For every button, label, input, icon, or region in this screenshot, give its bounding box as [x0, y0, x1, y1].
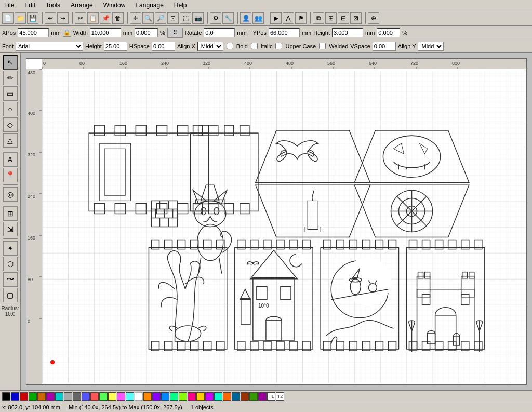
zoom-in-button[interactable]: 🔍 [142, 12, 154, 24]
swatch-19[interactable] [170, 392, 178, 401]
rotate-input[interactable] [204, 28, 235, 37]
swatch-16[interactable] [143, 392, 152, 401]
font-height-input[interactable] [104, 42, 127, 51]
tool-resize[interactable]: ⇲ [3, 222, 18, 236]
italic-check[interactable] [251, 43, 258, 49]
swatch-18[interactable] [161, 392, 169, 401]
flag-button[interactable]: ⚑ [295, 12, 307, 24]
swatch-12[interactable] [108, 392, 116, 401]
copy-button[interactable]: 📋 [87, 12, 99, 24]
pct-w-input[interactable] [135, 28, 158, 37]
welded-check[interactable] [319, 43, 326, 49]
users-button[interactable]: 👤 [240, 12, 251, 24]
lock-icon[interactable]: 🔒 [63, 29, 71, 37]
pct-h-input[interactable] [377, 28, 400, 37]
height-input[interactable] [332, 28, 363, 37]
hspace-input[interactable] [152, 42, 175, 51]
swatch-black[interactable] [2, 392, 10, 401]
select-button[interactable]: ⬚ [180, 12, 191, 24]
width-input[interactable] [90, 28, 121, 37]
tool-triangle[interactable]: △ [3, 133, 18, 148]
swatch-10[interactable] [90, 392, 99, 401]
swatch-25[interactable] [223, 392, 231, 401]
tool-round[interactable]: ▢ [3, 288, 18, 302]
swatch-03[interactable] [29, 392, 37, 401]
menu-file[interactable]: File [2, 1, 16, 10]
swatch-27[interactable] [241, 392, 249, 401]
swatch-13[interactable] [117, 392, 125, 401]
uppercase-check[interactable] [275, 43, 282, 49]
group-button[interactable]: 👥 [252, 12, 264, 24]
ypos-input[interactable] [269, 28, 300, 37]
snap-button[interactable]: ⊟ [338, 12, 349, 24]
swatch-23[interactable] [205, 392, 214, 401]
vector-button[interactable]: ⋀ [283, 12, 294, 24]
new-button[interactable]: 📄 [2, 12, 14, 24]
swatch-05[interactable] [46, 392, 55, 401]
alignx-select[interactable]: Midd [197, 42, 223, 51]
tool-select[interactable]: ↖ [3, 55, 18, 70]
menu-help[interactable]: Help [172, 1, 189, 10]
tool-pin[interactable]: 📍 [3, 168, 18, 182]
grid-button[interactable]: ⊞ [325, 12, 337, 24]
canvas-area[interactable]: 0 80 160 240 320 400 480 560 640 [21, 53, 532, 390]
canvas-inner[interactable]: 10°0 [42, 69, 526, 384]
swatch-06[interactable] [55, 392, 63, 401]
aligny-select[interactable]: Midd [418, 42, 444, 51]
extra-button[interactable]: ⊕ [368, 12, 379, 24]
swatch-t2[interactable]: T2 [276, 392, 284, 401]
wrench-button[interactable]: 🔧 [222, 12, 234, 24]
save-button[interactable]: 💾 [27, 12, 38, 24]
tool-text[interactable]: A [3, 152, 18, 167]
swatch-15[interactable] [135, 392, 143, 401]
swatch-01[interactable] [11, 392, 19, 401]
menu-edit[interactable]: Edit [22, 1, 37, 10]
tool-ellipse[interactable]: ○ [3, 102, 18, 116]
tool-circle[interactable]: ◎ [3, 187, 18, 202]
swatch-11[interactable] [99, 392, 108, 401]
bold-check[interactable] [227, 43, 233, 49]
cut-button[interactable]: ✂ [75, 12, 86, 24]
layers-button[interactable]: ⧉ [313, 12, 324, 24]
zoom-fit-button[interactable]: ⊡ [167, 12, 179, 24]
swatch-14[interactable] [126, 392, 134, 401]
camera-button[interactable]: 📷 [192, 12, 204, 24]
menu-window[interactable]: Window [101, 1, 128, 10]
tool-star[interactable]: ✦ [3, 241, 18, 256]
tool-diamond[interactable]: ◇ [3, 117, 18, 132]
menu-arrange[interactable]: Arrange [69, 1, 95, 10]
swatch-t1[interactable]: T1 [267, 392, 275, 401]
tool-polygon[interactable]: ⬡ [3, 257, 18, 271]
vspace-input[interactable] [373, 42, 396, 51]
swatch-29[interactable] [258, 392, 267, 401]
swatch-08[interactable] [73, 392, 81, 401]
xpos-input[interactable] [18, 28, 49, 37]
swatch-21[interactable] [188, 392, 196, 401]
tool-multisel[interactable]: ⊞ [3, 206, 18, 221]
swatch-04[interactable] [37, 392, 46, 401]
tool-pencil[interactable]: ✏ [3, 71, 18, 85]
zoom-out-button[interactable]: 🔎 [155, 12, 166, 24]
swatch-28[interactable] [249, 392, 258, 401]
delete-button[interactable]: 🗑 [112, 12, 124, 24]
align-button[interactable]: ⊠ [350, 12, 362, 24]
undo-button[interactable]: ↩ [45, 12, 56, 24]
swatch-24[interactable] [214, 392, 222, 401]
open-button[interactable]: 📁 [15, 12, 26, 24]
play-button[interactable]: ▶ [270, 12, 282, 24]
swatch-20[interactable] [179, 392, 187, 401]
swatch-26[interactable] [232, 392, 240, 401]
swatch-07[interactable] [64, 392, 72, 401]
swatch-17[interactable] [152, 392, 161, 401]
swatch-09[interactable] [82, 392, 90, 401]
redo-button[interactable]: ↪ [57, 12, 69, 24]
menu-tools[interactable]: Tools [44, 1, 62, 10]
move-button[interactable]: ✛ [130, 12, 141, 24]
menu-language[interactable]: Language [134, 1, 165, 10]
paste-button[interactable]: 📌 [100, 12, 111, 24]
tool-rect[interactable]: ▭ [3, 86, 18, 101]
tool-bezier[interactable]: 〜 [3, 272, 18, 287]
font-select[interactable]: Arial [16, 42, 83, 51]
settings-button[interactable]: ⚙ [210, 12, 221, 24]
swatch-02[interactable] [20, 392, 28, 401]
